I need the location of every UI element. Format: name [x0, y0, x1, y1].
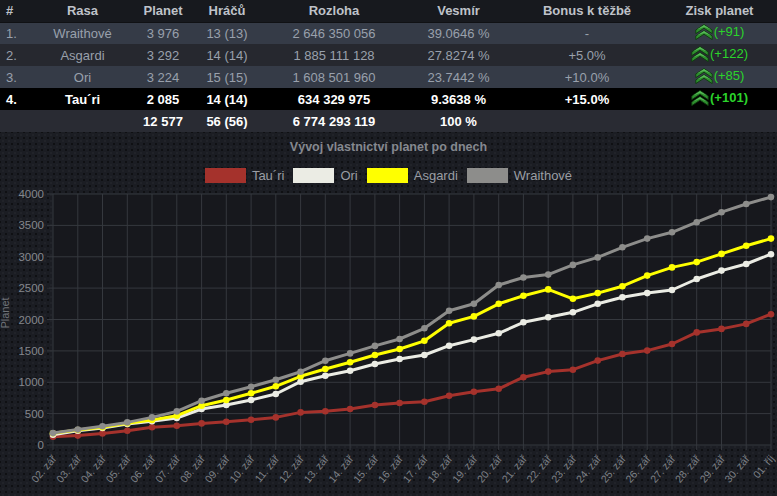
gain-cell: (+85) [662, 66, 777, 88]
planet-evolution-chart: Vývoj vlastnictví planet po dnech Tau´ri… [0, 139, 777, 496]
svg-text:25. zář: 25. zář [598, 452, 628, 485]
rank-chevrons-up-icon [695, 68, 713, 84]
table-row: 2.Asgardi3 29214 (14)1 885 111 12827.827… [0, 44, 777, 66]
svg-text:1000: 1000 [18, 376, 44, 388]
race-cell: Ori [30, 66, 135, 88]
svg-text:02. zář: 02. zář [29, 452, 59, 485]
svg-text:23. zář: 23. zář [549, 452, 579, 485]
column-header-2: Planet [135, 0, 191, 22]
svg-text:13. zář: 13. zář [301, 452, 331, 485]
rank-chevrons-up-icon [691, 46, 709, 62]
area-cell: 2 646 350 056 [263, 22, 405, 44]
svg-text:06. zář: 06. zář [128, 452, 158, 485]
gain-value: (+91) [714, 24, 745, 39]
svg-text:26. zář: 26. zář [623, 452, 653, 485]
legend-label: Tau´ri [252, 168, 285, 183]
svg-text:05. zář: 05. zář [103, 452, 133, 485]
planets-cell: 3 292 [135, 44, 191, 66]
svg-text:24. zář: 24. zář [573, 452, 603, 485]
column-header-6: Bonus k těžbě [512, 0, 662, 22]
svg-text:11. zář: 11. zář [252, 452, 282, 484]
column-header-7: Zisk planet [662, 0, 777, 22]
svg-text:07. zář: 07. zář [153, 452, 183, 485]
empty-cell [30, 110, 135, 132]
race-cell: Tau´ri [30, 88, 135, 110]
chart-legend: Tau´riOriAsgardiWraithové [0, 167, 777, 184]
empty-cell [512, 110, 662, 132]
rank-cell: 3. [0, 66, 30, 88]
rank-cell: 4. [0, 88, 30, 110]
legend-item-wraithov[interactable]: Wraithové [467, 168, 572, 183]
legend-label: Ori [340, 168, 357, 183]
legend-item-tauri[interactable]: Tau´ri [205, 168, 285, 183]
svg-text:04. zář: 04. zář [78, 452, 108, 485]
legend-label: Wraithové [514, 168, 572, 183]
bonus-cell: +15.0% [512, 88, 662, 110]
column-header-0: # [0, 0, 30, 22]
empty-cell [662, 110, 777, 132]
area-cell: 1 885 111 128 [263, 44, 405, 66]
total-players-cell: 56 (56) [191, 110, 263, 132]
svg-text:29. zář: 29. zář [697, 452, 727, 485]
svg-text:21. zář: 21. zář [499, 452, 529, 485]
svg-text:16. zář: 16. zář [375, 452, 405, 485]
svg-text:1500: 1500 [18, 345, 44, 357]
legend-label: Asgardi [414, 168, 458, 183]
svg-text:0: 0 [38, 439, 44, 451]
svg-text:08. zář: 08. zář [177, 452, 207, 485]
planets-cell: 2 085 [135, 88, 191, 110]
svg-text:10. zář: 10. zář [227, 452, 257, 485]
universe-cell: 39.0646 % [405, 22, 512, 44]
gain-cell: (+122) [662, 44, 777, 66]
players-cell: 14 (14) [191, 44, 263, 66]
svg-text:28. zář: 28. zář [672, 452, 702, 485]
table-row: 1.Wraithové3 97613 (13)2 646 350 05639.0… [0, 22, 777, 44]
rank-cell: 2. [0, 44, 30, 66]
players-cell: 15 (15) [191, 66, 263, 88]
svg-text:20. zář: 20. zář [474, 452, 504, 485]
planets-cell: 3 224 [135, 66, 191, 88]
column-header-1: Rasa [30, 0, 135, 22]
svg-text:2500: 2500 [18, 282, 44, 294]
legend-swatch-icon [293, 168, 334, 183]
svg-text:4000: 4000 [18, 189, 44, 200]
bonus-cell: +10.0% [512, 66, 662, 88]
table-header-row: #RasaPlanetHráčůRozlohaVesmírBonus k těž… [0, 0, 777, 22]
gain-value: (+122) [710, 46, 748, 61]
rank-chevrons-up-icon [691, 90, 709, 106]
svg-text:17. zář: 17. zář [400, 452, 430, 485]
area-cell: 634 329 975 [263, 88, 405, 110]
table-row: 3.Ori3 22415 (15)1 608 501 96023.7442 %+… [0, 66, 777, 88]
race-stats-table: #RasaPlanetHráčůRozlohaVesmírBonus k těž… [0, 0, 777, 132]
rank-cell: 1. [0, 22, 30, 44]
svg-text:2000: 2000 [18, 314, 44, 326]
gain-value: (+85) [714, 68, 745, 83]
table-totals-row: 12 57756 (56)6 774 293 119100 % [0, 110, 777, 132]
gain-cell: (+91) [662, 22, 777, 44]
chart-title: Vývoj vlastnictví planet po dnech [0, 139, 777, 155]
column-header-4: Rozloha [263, 0, 405, 22]
total-universe-cell: 100 % [405, 110, 512, 132]
svg-text:14. zář: 14. zář [326, 452, 356, 485]
svg-text:500: 500 [25, 408, 44, 420]
column-header-5: Vesmír [405, 0, 512, 22]
svg-text:27. zář: 27. zář [648, 452, 678, 485]
svg-text:19. zář: 19. zář [450, 452, 480, 485]
legend-item-ori[interactable]: Ori [293, 168, 357, 183]
players-cell: 13 (13) [191, 22, 263, 44]
universe-cell: 23.7442 % [405, 66, 512, 88]
svg-text:15. zář: 15. zář [351, 452, 381, 485]
area-cell: 1 608 501 960 [263, 66, 405, 88]
legend-swatch-icon [467, 168, 508, 183]
legend-swatch-icon [205, 168, 246, 183]
svg-text:12. zář: 12. zář [276, 452, 306, 485]
column-header-3: Hráčů [191, 0, 263, 22]
bonus-cell: +5.0% [512, 44, 662, 66]
total-planets-cell: 12 577 [135, 110, 191, 132]
race-statistics-page: #RasaPlanetHráčůRozlohaVesmírBonus k těž… [0, 0, 777, 496]
svg-text:3500: 3500 [18, 219, 44, 231]
svg-text:3000: 3000 [18, 251, 44, 263]
legend-item-asgardi[interactable]: Asgardi [367, 168, 458, 183]
svg-text:30. zář: 30. zář [722, 452, 752, 485]
y-axis-label: Planet [0, 278, 11, 348]
